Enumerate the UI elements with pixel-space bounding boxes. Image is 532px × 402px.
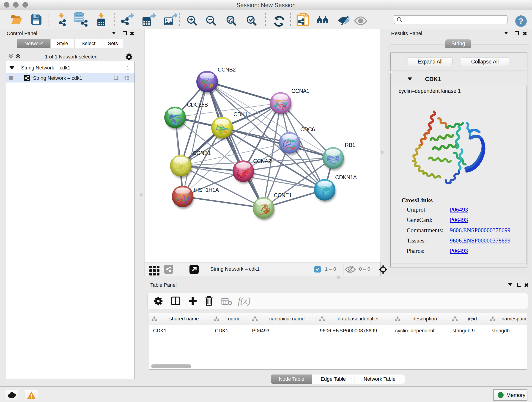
svg-text:CDC25B: CDC25B [187,102,208,108]
svg-text:CCNB2: CCNB2 [218,66,236,73]
svg-text:CCNA2: CCNA2 [253,158,271,164]
svg-text:CCNA1: CCNA1 [291,88,310,94]
svg-text:CDKN1A: CDKN1A [335,174,357,180]
svg-text:HIST1H1A: HIST1H1A [194,187,219,193]
svg-text:CDC6: CDC6 [300,126,315,133]
svg-text:CCNB1: CCNB1 [193,150,211,156]
svg-text:CCNE1: CCNE1 [274,192,292,198]
svg-text:CDK1: CDK1 [234,111,248,117]
svg-text:RB1: RB1 [345,142,355,148]
